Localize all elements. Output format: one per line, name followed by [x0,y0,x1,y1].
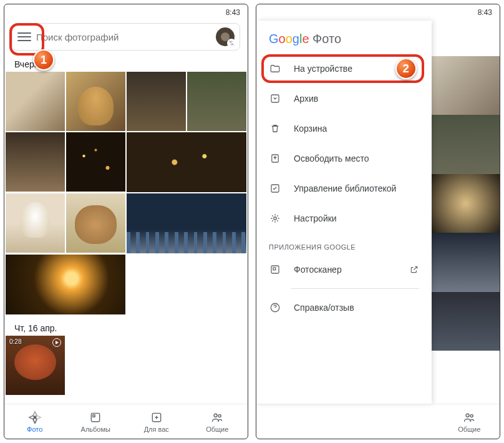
bottom-nav: Общие [256,404,500,439]
photo-thumb[interactable] [6,193,65,253]
drawer-item-free-up-space[interactable]: Освободить место [256,144,432,173]
search-input[interactable] [36,32,211,42]
photo-thumb[interactable] [6,255,125,314]
search-bar[interactable] [12,23,240,51]
drawer-item-settings[interactable]: Настройки [256,203,432,233]
photo-grid: 0:28 [4,336,248,395]
nav-label: Общие [458,426,480,433]
sharing-icon [210,411,224,424]
nav-sharing[interactable]: Общие [187,404,248,439]
svg-rect-10 [273,268,276,270]
drawer-item-label: Архив [294,94,318,104]
photo-thumb[interactable] [187,72,246,131]
status-time: 8:43 [226,8,240,17]
trash-icon [269,122,281,135]
callout-badge-1: 1 [33,49,54,71]
drawer-item-label: Настройки [294,213,337,223]
status-bar: 8:43 [4,4,248,21]
nav-label: Фото [27,426,42,433]
archive-icon [269,92,281,105]
play-icon [52,338,61,347]
svg-point-8 [274,217,277,220]
external-link-icon [409,265,419,275]
for-you-icon [150,411,163,424]
nav-sharing[interactable]: Общие [439,404,500,439]
sync-off-icon [227,39,236,47]
drawer-item-label: На устройстве [294,64,352,74]
nav-albums[interactable]: Альбомы [65,404,127,439]
nav-for-you[interactable]: Для вас [126,404,187,439]
photo-thumb[interactable] [66,193,125,253]
svg-point-13 [470,414,473,417]
folder-icon [269,62,281,75]
drawer-item-label: Освободить место [294,153,369,163]
account-avatar[interactable] [216,27,235,46]
photo-grid [4,72,248,314]
svg-point-3 [214,414,217,417]
navigation-drawer: Google Фото На устройстве Архив Корзина … [256,21,432,404]
photo-thumb[interactable] [127,132,246,192]
drawer-item-label: Фотосканер [294,265,342,275]
photo-thumb[interactable] [127,72,186,131]
drawer-item-help[interactable]: Справка/отзыв [256,293,432,323]
help-icon [269,301,281,314]
svg-point-12 [466,414,469,417]
drawer-brand: Google Фото [256,21,432,54]
svg-point-4 [218,414,221,417]
photo-thumb[interactable] [6,72,65,131]
nav-label: Альбомы [81,426,110,433]
nav-label: Общие [206,426,228,433]
drawer-scrim-background [432,21,500,404]
drawer-item-manage-library[interactable]: Управление библиотекой [256,173,432,203]
drawer-item-archive[interactable]: Архив [256,84,432,114]
sharing-icon [462,411,476,424]
status-time: 8:43 [478,8,492,17]
photo-thumb[interactable] [66,132,125,192]
nav-label: Для вас [144,426,169,433]
svg-rect-9 [271,266,279,273]
video-duration: 0:28 [9,338,21,345]
drawer-section-header: ПРИЛОЖЕНИЯ GOOGLE [256,233,432,255]
callout-badge-2: 2 [395,58,417,79]
svg-rect-1 [93,414,95,416]
photoscan-icon [269,263,281,276]
divider [291,288,419,289]
photo-thumb[interactable] [127,193,246,253]
drawer-item-label: Справка/отзыв [294,303,354,313]
video-thumb[interactable]: 0:28 [6,336,65,395]
phone-right: 8:43 Google Фото На устройстве Архив Кор… [256,4,500,439]
photo-thumb[interactable] [66,72,125,131]
drawer-item-label: Корзина [294,124,327,134]
checklist-icon [269,182,281,195]
bottom-nav: Фото Альбомы Для вас Общие [4,404,248,439]
hamburger-menu-button[interactable] [17,30,31,44]
drawer-item-photoscan[interactable]: Фотосканер [256,255,432,285]
status-bar: 8:43 [256,4,500,21]
drawer-item-label: Управление библиотекой [294,183,396,193]
phone-left: 8:43 1 Вчера Чт, 16 апр. 0:28 [4,4,248,439]
nav-photos[interactable]: Фото [4,404,65,439]
drawer-item-trash[interactable]: Корзина [256,114,432,144]
free-space-icon [269,152,281,165]
section-header: Чт, 16 апр. [4,319,248,336]
photos-icon [28,411,42,424]
gear-icon [269,212,281,225]
albums-icon [89,411,102,424]
photo-thumb[interactable] [6,132,65,192]
